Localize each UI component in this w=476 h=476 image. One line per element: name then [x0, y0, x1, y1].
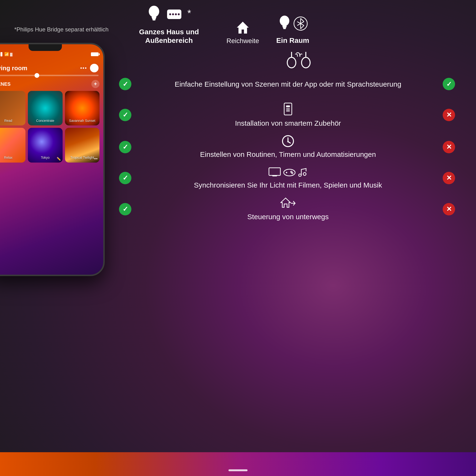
feature-row-remote: Steuerung von unterwegs	[119, 197, 457, 221]
features-section: * Ganzes Haus und Außenbereich Reichweit…	[95, 0, 476, 228]
svg-rect-12	[283, 27, 286, 28]
bluetooth-check-remote	[443, 203, 455, 215]
feature-text-routines: Einstellen von Routinen, Timern und Auto…	[200, 150, 376, 159]
remote-control-icon	[280, 197, 296, 210]
home-indicator	[228, 469, 248, 471]
scene-card-concentrate[interactable]: Concentrate	[28, 91, 62, 125]
bridge-icons: *	[147, 5, 191, 24]
bridge-check-scenes	[119, 78, 131, 90]
feature-text-sync: Synchronisieren Sie Ihr Licht mit Filmen…	[194, 180, 382, 190]
feature-row-scenes: Einfache Einstellung von Szenen mit der …	[119, 73, 457, 95]
edit-icon: ✏️	[57, 157, 61, 161]
bluetooth-check-accessory	[443, 109, 455, 121]
svg-point-8	[178, 13, 180, 15]
scene-card-tropical[interactable]: ••• Tropical Twilight	[65, 128, 100, 162]
scenes-section: SCENES + Read	[0, 80, 103, 163]
svg-point-39	[303, 172, 306, 175]
svg-rect-11	[282, 26, 287, 27]
scene-name: Concentrate	[31, 119, 60, 123]
asterisk: *	[187, 8, 191, 18]
scenes-label: SCENES	[0, 81, 11, 87]
signal-icon	[0, 52, 2, 56]
bridge-icon	[166, 6, 183, 23]
nfc-tap-icon	[282, 50, 315, 68]
feature-text-scenes: Einfache Einstellung von Szenen mit der …	[175, 80, 401, 89]
svg-marker-9	[237, 22, 249, 34]
bridge-check-remote	[119, 203, 131, 215]
scene-name: Tropical Twilight	[68, 156, 97, 160]
nfc-icons	[119, 50, 457, 68]
svg-line-18	[301, 25, 304, 29]
home-icon	[236, 20, 250, 35]
scene-card-relax[interactable]: Relax	[0, 128, 25, 162]
reach-column-header: Reichweite	[219, 20, 267, 45]
svg-point-0	[149, 6, 159, 17]
more-options-button[interactable]: •••	[80, 65, 87, 71]
svg-point-7	[175, 13, 177, 15]
scene-name: Tokyo	[31, 156, 60, 160]
bulb-icon-2	[278, 15, 291, 32]
clock-icon	[282, 135, 294, 147]
bluetooth-icon	[293, 17, 308, 31]
bluetooth-column-label: Ein Raum	[276, 36, 309, 45]
svg-point-6	[172, 13, 174, 15]
svg-rect-26	[286, 108, 290, 109]
svg-rect-27	[286, 110, 290, 111]
bluetooth-column-header: Ein Raum	[267, 15, 319, 45]
phone-frame: 📶 ▓ Living room •••	[0, 43, 105, 276]
svg-point-34	[284, 169, 295, 176]
phone-mockup: 📶 ▓ Living room •••	[0, 43, 109, 286]
feature-row-sync: Synchronisieren Sie Ihr Licht mit Filmen…	[119, 166, 457, 190]
brightness-thumb	[34, 73, 39, 78]
reach-column-label: Reichweite	[227, 37, 259, 45]
scene-name: Savannah Sunset	[68, 119, 97, 123]
phone-screen: 📶 ▓ Living room •••	[0, 44, 103, 275]
bridge-column-header: * Ganzes Haus und Außenbereich	[119, 5, 219, 45]
features-table: Einfache Einstellung von Szenen mit der …	[119, 73, 457, 221]
svg-point-22	[302, 57, 310, 68]
accessory-icon	[282, 102, 294, 116]
scene-card-read[interactable]: Read	[0, 91, 25, 125]
svg-point-5	[169, 13, 171, 15]
feature-accessory: Installation von smartem Zubehör	[133, 102, 443, 128]
feature-row-routines: Einstellen von Routinen, Timern und Auto…	[119, 135, 457, 159]
bridge-column-label: Ganzes Haus und Außenbereich	[119, 28, 219, 45]
room-header: Living room •••	[0, 61, 103, 75]
bluetooth-check-sync	[443, 172, 455, 184]
feature-text-remote: Steuerung von unterwegs	[247, 212, 329, 221]
scene-card-savannah[interactable]: Savannah Sunset	[65, 91, 100, 125]
svg-rect-33	[272, 175, 277, 176]
feature-scenes: Einfache Einstellung von Szenen mit der …	[133, 80, 443, 89]
bridge-check-sync	[119, 172, 131, 184]
svg-rect-13	[283, 28, 286, 29]
feature-routines: Einstellen von Routinen, Timern und Auto…	[133, 135, 443, 159]
svg-rect-1	[152, 17, 156, 18]
scenes-header: SCENES +	[0, 80, 100, 88]
bulb-icon	[147, 5, 161, 24]
room-name: Living room	[0, 65, 27, 72]
brightness-slider[interactable]	[0, 75, 99, 76]
column-headers: * Ganzes Haus und Außenbereich Reichweit…	[119, 5, 457, 45]
svg-point-10	[280, 16, 289, 26]
svg-rect-2	[152, 18, 156, 19]
svg-point-38	[291, 172, 293, 174]
battery-icon	[91, 52, 99, 56]
page: Mit der Hue Bridge oder Bluetooth starte…	[0, 0, 476, 476]
svg-point-20	[287, 57, 296, 68]
svg-rect-32	[269, 168, 280, 175]
phone-content: Living room ••• SCENES	[0, 61, 103, 275]
feature-text-accessory: Installation von smartem Zubehör	[235, 119, 341, 128]
scene-card-tokyo[interactable]: ✏️ Tokyo	[28, 128, 62, 162]
bridge-check-accessory	[119, 109, 131, 121]
footnote: *Philips Hue Bridge separat erhältlich	[14, 26, 108, 33]
svg-rect-25	[286, 105, 290, 107]
feature-sync: Synchronisieren Sie Ihr Licht mit Filmen…	[133, 166, 443, 190]
svg-marker-40	[281, 198, 290, 207]
feature-remote: Steuerung von unterwegs	[133, 197, 443, 221]
svg-rect-3	[153, 19, 155, 20]
sync-icons	[269, 166, 307, 178]
bridge-check-routines	[119, 141, 131, 153]
bluetooth-icons	[278, 15, 308, 32]
svg-line-16	[301, 18, 304, 22]
bluetooth-check-routines	[443, 141, 455, 153]
